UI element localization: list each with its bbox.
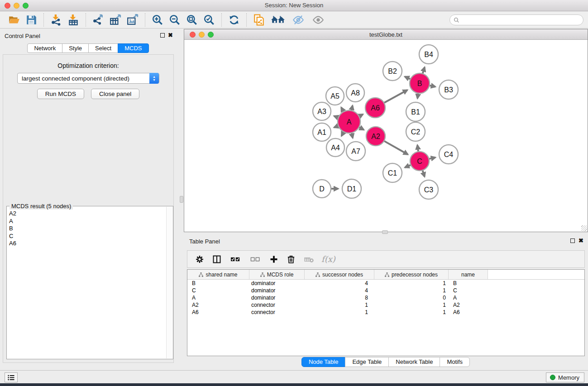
table-cell[interactable]: C	[449, 287, 488, 294]
graph-node-C4[interactable]: C4	[439, 145, 458, 164]
network-canvas[interactable]: B4B2BB3A8A5A6A3B1AC2A1A2A4A7C4CC1DD1C3	[184, 40, 588, 232]
graph-node-B1[interactable]: B1	[406, 102, 425, 121]
table-cell[interactable]: 1	[374, 309, 449, 316]
graph-node-D1[interactable]: D1	[342, 179, 361, 198]
graph-node-A[interactable]: A	[338, 110, 360, 133]
table-cell[interactable]: C	[187, 287, 249, 294]
tab-node-table[interactable]: Node Table	[301, 357, 346, 367]
run-mcds-button[interactable]: Run MCDS	[37, 89, 84, 99]
delete-table-button[interactable]	[302, 253, 316, 265]
graph-node-A4[interactable]: A4	[326, 138, 344, 157]
table-cell[interactable]: connector	[249, 301, 305, 309]
control-tab-style[interactable]: Style	[62, 43, 89, 53]
horizontal-splitter-grip[interactable]	[382, 230, 388, 234]
graph-node-A7[interactable]: A7	[346, 142, 365, 161]
graph-edge-A2-C[interactable]	[383, 140, 408, 154]
hide-selected-button[interactable]	[290, 13, 306, 27]
table-cell[interactable]: B	[187, 280, 249, 287]
table-cell[interactable]: 1	[305, 309, 374, 316]
zoom-selected-button[interactable]	[202, 13, 216, 27]
float-table-panel-icon[interactable]	[570, 238, 575, 243]
graph-node-B3[interactable]: B3	[439, 80, 458, 99]
graph-node-B2[interactable]: B2	[383, 62, 402, 81]
column-header-successor-nodes[interactable]: successor nodes	[305, 270, 374, 279]
window-resize-grip[interactable]	[581, 225, 587, 231]
table-settings-button[interactable]	[194, 253, 206, 265]
graph-node-B[interactable]: B	[410, 73, 430, 93]
control-tab-mcds[interactable]: MCDS	[118, 43, 148, 53]
new-network-from-selection-button[interactable]	[252, 13, 266, 27]
control-tab-select[interactable]: Select	[88, 43, 118, 53]
export-network-button[interactable]	[91, 13, 105, 27]
table-row[interactable]: Bdominator41B	[187, 280, 584, 287]
tab-edge-table[interactable]: Edge Table	[345, 357, 389, 367]
graph-node-A1[interactable]: A1	[313, 123, 331, 141]
float-panel-icon[interactable]	[160, 33, 165, 38]
criterion-dropdown[interactable]: largest connected component (directed) ▲…	[17, 73, 159, 84]
table-cell[interactable]: A6	[187, 309, 249, 316]
table-cell[interactable]: A6	[449, 309, 488, 316]
mcds-result-scrollbar[interactable]	[166, 207, 172, 358]
table-cell[interactable]: A2	[187, 301, 249, 309]
tab-motifs[interactable]: Motifs	[440, 357, 470, 367]
function-builder-button[interactable]: f(x)	[321, 254, 335, 264]
table-cell[interactable]: 1	[374, 280, 449, 287]
mcds-result-list[interactable]: A2ABCA6	[7, 210, 166, 358]
select-all-columns-button[interactable]	[228, 253, 243, 265]
table-cell[interactable]: connector	[249, 309, 305, 316]
graph-node-A5[interactable]: A5	[326, 87, 344, 105]
zoom-in-button[interactable]	[151, 13, 164, 27]
column-header-MCDS-role[interactable]: MCDS role	[249, 270, 305, 279]
table-cell[interactable]: dominator	[249, 280, 305, 287]
vertical-splitter-grip[interactable]	[180, 196, 183, 203]
table-row[interactable]: Cdominator41C	[187, 287, 584, 294]
graph-node-C2[interactable]: C2	[406, 122, 425, 141]
table-cell[interactable]: 8	[305, 294, 374, 301]
close-table-panel-icon[interactable]: ✖	[578, 237, 583, 244]
delete-column-button[interactable]	[285, 253, 297, 265]
show-column-button[interactable]	[211, 253, 223, 265]
first-neighbors-button[interactable]	[269, 13, 287, 27]
table-cell[interactable]: A	[449, 294, 488, 301]
add-column-button[interactable]	[268, 253, 280, 265]
import-table-button[interactable]	[67, 13, 80, 27]
save-session-button[interactable]	[24, 13, 38, 27]
column-header-shared-name[interactable]: shared name	[187, 270, 249, 279]
export-table-button[interactable]	[109, 13, 122, 27]
table-cell[interactable]: dominator	[249, 294, 305, 301]
memory-button[interactable]: Memory	[546, 372, 584, 382]
close-panel-icon[interactable]: ✖	[168, 32, 173, 38]
graph-node-C[interactable]: C	[410, 152, 429, 171]
graph-node-A2[interactable]: A2	[366, 127, 385, 146]
table-row[interactable]: A2connector11A2	[187, 301, 584, 309]
graph-node-A3[interactable]: A3	[313, 102, 331, 120]
table-cell[interactable]: 1	[374, 301, 449, 309]
column-header-name[interactable]: name	[449, 270, 488, 279]
show-all-button[interactable]	[310, 13, 326, 27]
zoom-out-button[interactable]	[168, 13, 182, 27]
control-tab-network[interactable]: Network	[27, 43, 62, 53]
table-cell[interactable]: 1	[305, 301, 374, 309]
table-row[interactable]: A6connector11A6	[187, 309, 584, 316]
table-cell[interactable]: A2	[449, 301, 488, 309]
column-header-predecessor-nodes[interactable]: predecessor nodes	[374, 270, 449, 279]
deselect-all-columns-button[interactable]	[248, 253, 263, 265]
table-cell[interactable]: 4	[305, 280, 374, 287]
import-network-button[interactable]	[49, 13, 63, 27]
table-cell[interactable]: A	[187, 294, 249, 301]
graph-node-D[interactable]: D	[313, 180, 331, 198]
table-cell[interactable]: dominator	[249, 287, 305, 294]
open-file-button[interactable]	[7, 13, 21, 27]
table-row[interactable]: Adominator80A	[187, 294, 584, 301]
show-task-history-button[interactable]	[5, 372, 18, 382]
zoom-fit-button[interactable]	[185, 13, 199, 27]
table-cell[interactable]: B	[449, 280, 488, 287]
close-panel-button[interactable]: Close panel	[91, 89, 139, 99]
graph-node-A6[interactable]: A6	[365, 98, 385, 118]
table-cell[interactable]: 1	[374, 287, 449, 294]
search-box[interactable]	[449, 14, 583, 25]
refresh-view-button[interactable]	[227, 13, 241, 27]
graph-node-C1[interactable]: C1	[383, 163, 402, 182]
search-input[interactable]	[462, 15, 583, 24]
table-cell[interactable]: 0	[374, 294, 449, 301]
